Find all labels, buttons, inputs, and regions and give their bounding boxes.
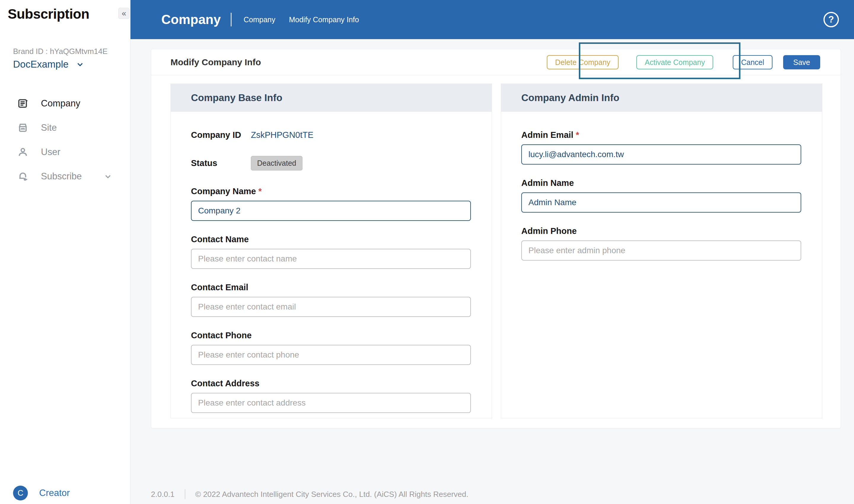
footer-divider — [185, 489, 185, 499]
required-asterisk: * — [258, 186, 262, 196]
company-admin-info-panel: Company Admin Info Admin Email* Admin Na… — [501, 84, 822, 418]
storefront-icon — [17, 122, 29, 133]
contact-name-input[interactable] — [191, 249, 471, 269]
contact-address-field-group: Contact Address — [191, 379, 471, 413]
card-actions: Delete Company Activate Company Cancel S… — [547, 55, 820, 69]
company-id-label: Company ID — [191, 130, 251, 140]
brand-id-label: Brand ID : hYaQGMtvm14E — [13, 47, 108, 56]
company-name-label: Company Name — [191, 186, 256, 196]
chevron-down-icon — [76, 60, 84, 68]
admin-name-label: Admin Name — [521, 178, 801, 188]
company-id-value: ZskPHPGN0tTE — [251, 130, 314, 140]
panel-body: Admin Email* Admin Name Admin Phone — [501, 112, 822, 260]
contact-phone-label: Contact Phone — [191, 330, 471, 340]
sidebar-item-label: Company — [41, 98, 81, 109]
save-button[interactable]: Save — [783, 55, 820, 69]
panel-title: Company Base Info — [191, 92, 282, 104]
admin-email-input[interactable] — [521, 144, 801, 164]
avatar: C — [13, 486, 28, 501]
subscribe-bell-icon — [17, 171, 29, 182]
title-divider — [231, 13, 232, 26]
current-user-menu[interactable]: C Creator — [13, 486, 70, 501]
admin-email-field-group: Admin Email* — [521, 130, 801, 164]
contact-email-input[interactable] — [191, 297, 471, 317]
admin-name-field-group: Admin Name — [521, 178, 801, 213]
contact-address-input[interactable] — [191, 393, 471, 413]
status-label: Status — [191, 158, 251, 168]
person-icon — [17, 146, 29, 158]
panel-header: Company Admin Info — [501, 84, 822, 112]
contact-email-label: Contact Email — [191, 283, 471, 292]
breadcrumb-company[interactable]: Company — [244, 15, 275, 24]
top-header: Company Company Modify Company Info ? — [130, 0, 854, 39]
footer: 2.0.0.1 © 2022 Advantech Intelligent Cit… — [151, 489, 468, 499]
panel-body: Company ID ZskPHPGN0tTE Status Deactivat… — [171, 112, 492, 413]
document-icon — [17, 98, 29, 109]
panels-row: Company Base Info Company ID ZskPHPGN0tT… — [171, 84, 822, 418]
app-version: 2.0.0.1 — [151, 490, 175, 499]
admin-phone-label: Admin Phone — [521, 226, 801, 236]
brand-selector[interactable]: DocExample — [13, 59, 84, 70]
admin-phone-input[interactable] — [521, 240, 801, 260]
company-id-row: Company ID ZskPHPGN0tTE — [191, 130, 471, 140]
app-logo: Subscription — [8, 6, 89, 22]
sidebar-item-subscribe[interactable]: Subscribe — [0, 164, 130, 188]
contact-name-field-group: Contact Name — [191, 234, 471, 269]
admin-name-input[interactable] — [521, 193, 801, 213]
copyright-text: © 2022 Advantech Intelligent City Servic… — [195, 490, 468, 499]
contact-address-label: Contact Address — [191, 379, 471, 389]
breadcrumb-modify-company-info[interactable]: Modify Company Info — [289, 15, 359, 24]
page-title: Company — [161, 12, 220, 27]
admin-email-label: Admin Email — [521, 130, 573, 140]
sidebar-collapse-button[interactable]: « — [118, 8, 129, 19]
question-mark-glyph: ? — [829, 14, 834, 25]
company-base-info-panel: Company Base Info Company ID ZskPHPGN0tT… — [171, 84, 492, 418]
panel-header: Company Base Info — [171, 84, 492, 112]
company-name-field-group: Company Name* — [191, 186, 471, 221]
sidebar-item-label: Site — [41, 123, 57, 133]
contact-email-field-group: Contact Email — [191, 283, 471, 317]
card-title: Modify Company Info — [171, 57, 261, 67]
user-name: Creator — [39, 488, 70, 498]
contact-phone-field-group: Contact Phone — [191, 330, 471, 365]
sidebar-item-company[interactable]: Company — [0, 91, 130, 115]
company-name-input[interactable] — [191, 201, 471, 221]
contact-phone-input[interactable] — [191, 345, 471, 365]
panel-title: Company Admin Info — [521, 92, 620, 104]
sidebar-item-label: User — [41, 147, 60, 158]
contact-name-label: Contact Name — [191, 234, 471, 244]
delete-company-button[interactable]: Delete Company — [547, 55, 619, 69]
help-icon[interactable]: ? — [823, 12, 839, 27]
admin-phone-field-group: Admin Phone — [521, 226, 801, 260]
brand-name: DocExample — [13, 59, 69, 70]
sidebar-item-label: Subscribe — [41, 171, 82, 182]
chevron-down-icon — [104, 173, 112, 180]
required-asterisk: * — [576, 130, 579, 140]
sidebar-nav: Company Site User Subscribe — [0, 91, 130, 188]
activate-company-button[interactable]: Activate Company — [636, 55, 713, 69]
collapse-chevrons-icon: « — [122, 9, 126, 18]
card-header: Modify Company Info Delete Company Activ… — [151, 49, 841, 75]
status-row: Status Deactivated — [191, 156, 471, 170]
sidebar-item-user[interactable]: User — [0, 140, 130, 164]
sidebar: Subscription « Brand ID : hYaQGMtvm14E D… — [0, 0, 130, 504]
status-badge: Deactivated — [251, 156, 302, 170]
cancel-button[interactable]: Cancel — [733, 55, 772, 69]
sidebar-item-site[interactable]: Site — [0, 115, 130, 140]
modify-company-card: Modify Company Info Delete Company Activ… — [151, 49, 841, 428]
